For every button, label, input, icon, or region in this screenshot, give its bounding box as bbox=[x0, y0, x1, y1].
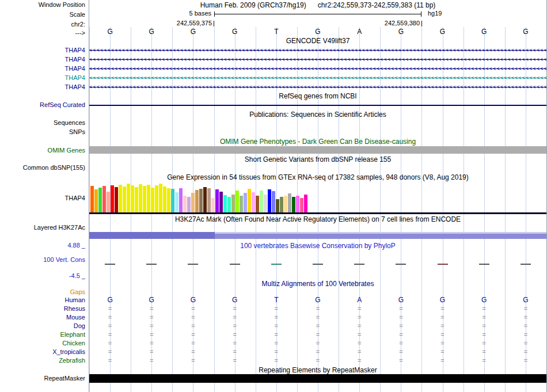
species-label-chicken[interactable]: Chicken bbox=[0, 340, 87, 347]
gtex-expression-bar[interactable] bbox=[292, 197, 295, 212]
track-label-omim-genes[interactable]: OMIM Genes bbox=[0, 147, 87, 154]
phylop-conservation-tick[interactable] bbox=[105, 264, 115, 265]
gtex-expression-bar[interactable] bbox=[123, 187, 126, 212]
phylop-conservation-tick[interactable] bbox=[521, 264, 531, 265]
gtex-expression-bar[interactable] bbox=[227, 197, 231, 212]
alignment-row-dog[interactable]: =========== bbox=[89, 322, 546, 330]
gtex-expression-bar[interactable] bbox=[260, 191, 263, 212]
gtex-expression-bar[interactable] bbox=[131, 185, 134, 212]
omim-track-title[interactable]: OMIM Gene Phenotypes - Dark Green Can Be… bbox=[89, 138, 546, 146]
gtex-expression-bar[interactable] bbox=[280, 197, 283, 212]
gtex-expression-bar[interactable] bbox=[195, 190, 199, 212]
gtex-expression-bar[interactable] bbox=[143, 186, 146, 212]
gtex-expression-bar[interactable] bbox=[252, 192, 255, 212]
gtex-expression-bar[interactable] bbox=[187, 197, 191, 212]
track-label-thap4-1[interactable]: THAP4 bbox=[0, 47, 87, 54]
gencode-gene-row[interactable]: <<<<<<<<<<<<<<<<<<<<<<<<<<<<<<<<<<<<<<<<… bbox=[89, 57, 546, 62]
gtex-expression-bar[interactable] bbox=[94, 189, 98, 212]
track-label-thap4-3[interactable]: THAP4 bbox=[0, 65, 87, 73]
gtex-expression-bar[interactable] bbox=[107, 192, 110, 212]
gtex-expression-bar[interactable] bbox=[139, 184, 142, 212]
species-label-x_tropicalis[interactable]: X_tropicalis bbox=[0, 348, 87, 356]
alignment-row-zebrafish[interactable]: =========== bbox=[89, 357, 546, 365]
alignment-row-elephant[interactable]: =========== bbox=[89, 331, 546, 339]
gtex-track-title[interactable]: Gene Expression in 54 tissues from GTEx … bbox=[89, 173, 546, 181]
track-label-layered-h3k27ac[interactable]: Layered H3K27Ac bbox=[0, 224, 87, 231]
track-label-thap4-2[interactable]: THAP4 bbox=[0, 56, 87, 63]
gtex-expression-bar[interactable] bbox=[159, 184, 162, 212]
gtex-expression-bar[interactable] bbox=[127, 184, 130, 212]
track-label-sequences[interactable]: Sequences bbox=[0, 119, 87, 127]
phylop-conservation-tick[interactable] bbox=[230, 264, 240, 265]
gtex-expression-bar[interactable] bbox=[147, 185, 150, 212]
multiz-track-title[interactable]: Multiz Alignments of 100 Vertebrates bbox=[89, 280, 546, 288]
gtex-expression-bar[interactable] bbox=[272, 191, 275, 212]
gtex-expression-bar[interactable] bbox=[90, 186, 94, 212]
phylop-conservation-tick[interactable] bbox=[313, 264, 323, 265]
alignment-row-mouse[interactable]: =========== bbox=[89, 314, 546, 322]
species-label-elephant[interactable]: Elephant bbox=[0, 331, 87, 338]
gtex-expression-bar[interactable] bbox=[111, 185, 114, 212]
track-label-common-dbsnp[interactable]: Common dbSNP(155) bbox=[0, 164, 87, 172]
publications-track-title[interactable]: Publications: Sequences in Scientific Ar… bbox=[89, 111, 546, 119]
gencode-gene-row[interactable]: <<<<<<<<<<<<<<<<<<<<<<<<<<<<<<<<<<<<<<<<… bbox=[89, 85, 546, 90]
phylop-conservation-tick[interactable] bbox=[188, 264, 198, 265]
omim-gene-bar[interactable] bbox=[89, 146, 546, 154]
gtex-expression-bar[interactable] bbox=[240, 196, 243, 212]
gtex-expression-bar[interactable] bbox=[183, 196, 187, 212]
gtex-expression-bar[interactable] bbox=[268, 189, 271, 212]
phylop-conservation-tick[interactable] bbox=[271, 264, 282, 265]
alignment-row-rhesus[interactable]: =========== bbox=[89, 305, 546, 313]
phylop-track-title[interactable]: 100 vertebrates Basewise Conservation by… bbox=[89, 242, 546, 250]
gtex-expression-bar[interactable] bbox=[288, 193, 291, 212]
track-label-gtex-thap4[interactable]: THAP4 bbox=[0, 195, 87, 202]
h3k27ac-signal-top-layer[interactable] bbox=[215, 232, 546, 234]
species-label-dog[interactable]: Dog bbox=[0, 322, 87, 330]
gtex-expression-bar[interactable] bbox=[256, 196, 259, 212]
gencode-track-title[interactable]: GENCODE V49lift37 bbox=[89, 37, 546, 45]
gtex-expression-bar[interactable] bbox=[231, 195, 235, 212]
gtex-expression-bar[interactable] bbox=[211, 198, 215, 212]
phylop-conservation-tick[interactable] bbox=[438, 264, 448, 265]
gencode-gene-row[interactable]: <<<<<<<<<<<<<<<<<<<<<<<<<<<<<<<<<<<<<<<<… bbox=[89, 66, 546, 71]
alignment-row-x_tropicalis[interactable]: =========== bbox=[89, 348, 546, 356]
gtex-gene-model-line[interactable] bbox=[89, 212, 546, 214]
alignment-row-chicken[interactable]: =========== bbox=[89, 340, 546, 348]
gtex-expression-bar[interactable] bbox=[300, 198, 303, 212]
gtex-expression-bar[interactable] bbox=[115, 187, 118, 212]
species-label-zebrafish[interactable]: Zebrafish bbox=[0, 357, 87, 364]
gtex-expression-bar[interactable] bbox=[235, 191, 239, 212]
gtex-expression-bar[interactable] bbox=[264, 195, 267, 212]
gtex-expression-bar[interactable] bbox=[207, 188, 211, 212]
gtex-expression-bar[interactable] bbox=[223, 195, 227, 212]
h3k27ac-signal-left[interactable] bbox=[89, 232, 215, 239]
gtex-expression-bar[interactable] bbox=[244, 193, 247, 212]
repeatmasker-bar[interactable] bbox=[89, 374, 546, 383]
species-label-mouse[interactable]: Mouse bbox=[0, 314, 87, 321]
gtex-expression-bar[interactable] bbox=[167, 188, 170, 212]
phylop-conservation-tick[interactable] bbox=[396, 264, 406, 265]
phylop-conservation-tick[interactable] bbox=[479, 264, 489, 265]
track-label-repeatmasker[interactable]: RepeatMasker bbox=[0, 375, 87, 382]
track-label-refseq-curated[interactable]: RefSeq Curated bbox=[0, 101, 87, 109]
gtex-expression-bar[interactable] bbox=[215, 189, 219, 212]
gtex-expression-bar[interactable] bbox=[304, 195, 307, 212]
gtex-expression-bar[interactable] bbox=[98, 188, 102, 212]
gtex-expression-bar[interactable] bbox=[163, 187, 166, 212]
track-label-thap4-5[interactable]: THAP4 bbox=[0, 83, 87, 91]
gencode-gene-row[interactable]: <<<<<<<<<<<<<<<<<<<<<<<<<<<<<<<<<<<<<<<<… bbox=[89, 75, 546, 81]
species-label-rhesus[interactable]: Rhesus bbox=[0, 305, 87, 313]
track-label-100-vert-cons[interactable]: 100 Vert. Cons bbox=[0, 256, 87, 264]
h3k27ac-track-title[interactable]: H3K27Ac Mark (Often Found Near Active Re… bbox=[89, 215, 546, 223]
track-label-thap4-4[interactable]: THAP4 bbox=[0, 74, 87, 82]
phylop-conservation-tick[interactable] bbox=[146, 264, 157, 265]
repeatmasker-track-title[interactable]: Repeating Elements by RepeatMasker bbox=[89, 366, 546, 374]
gtex-expression-bar[interactable] bbox=[296, 196, 299, 212]
gencode-gene-row[interactable]: <<<<<<<<<<<<<<<<<<<<<<<<<<<<<<<<<<<<<<<<… bbox=[89, 48, 546, 53]
gtex-expression-bar[interactable] bbox=[151, 188, 154, 212]
gtex-expression-bar[interactable] bbox=[102, 186, 106, 212]
track-label-snps[interactable]: SNPs bbox=[0, 128, 87, 136]
phylop-conservation-tick[interactable] bbox=[354, 264, 364, 265]
gtex-expression-bar[interactable] bbox=[191, 193, 195, 212]
gtex-expression-bar[interactable] bbox=[155, 185, 158, 212]
